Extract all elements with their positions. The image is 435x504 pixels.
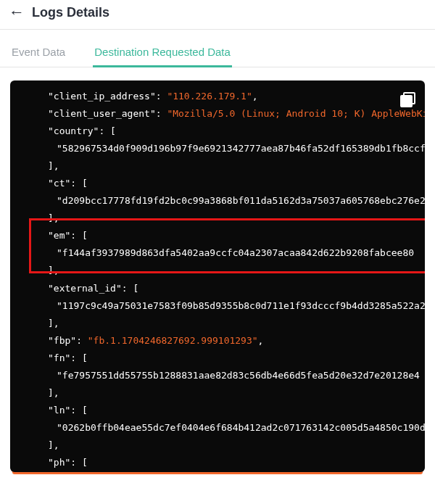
json-value: "Mozilla/5.0 (Linux; Android 10; K) Appl… — [167, 108, 425, 119]
json-value: "110.226.179.1" — [167, 91, 252, 102]
json-value: "1197c9c49a75031e7583f09b85d9355b8c0d711… — [35, 297, 425, 315]
tab-event-data[interactable]: Event Data — [12, 46, 65, 67]
json-punct: ], — [35, 157, 425, 175]
json-key: "client_user_agent": — [48, 108, 167, 119]
json-value: "582967534d0f909d196b97f9e6921342777aea8… — [35, 140, 425, 157]
json-punct: ], — [35, 384, 425, 402]
json-key: "em": [ — [35, 227, 425, 244]
json-value: "d209bcc17778fd19fd2bc0c99a3868bf011da51… — [35, 192, 425, 210]
json-key: "country": [ — [35, 123, 425, 140]
json-punct: ], — [35, 210, 425, 227]
json-value: "0262b0ffb04eae55dc7ef0404e6f684b412ad2c… — [35, 419, 425, 437]
code-panel: "client_ip_address": "110.226.179.1", "c… — [10, 80, 425, 472]
json-key: "fbp": — [48, 335, 88, 346]
page-title: Logs Details — [32, 5, 109, 20]
json-key: "client_ip_address": — [48, 91, 167, 102]
json-value: "f144af3937989d863dfa5402aa9ccfc04a2307a… — [35, 244, 425, 262]
json-value: "fe7957551dd55755b1288831aae82d83c56db4e… — [35, 367, 425, 384]
json-punct: ], — [35, 262, 425, 279]
json-key: "ct": [ — [35, 175, 425, 192]
json-punct: ], — [35, 315, 425, 332]
json-key: "ln": [ — [35, 402, 425, 419]
json-key: "ph": [ — [35, 454, 425, 471]
json-key: "external_id": [ — [35, 280, 425, 297]
back-icon[interactable]: ← — [9, 4, 25, 20]
json-value: "fb.1.1704246827692.999101293" — [88, 335, 258, 346]
json-punct: ], — [35, 437, 425, 454]
tab-destination-requested-data[interactable]: Destination Requested Data — [94, 46, 231, 67]
copy-icon[interactable] — [400, 92, 415, 107]
json-key: "fn": [ — [35, 350, 425, 367]
tabs: Event Data Destination Requested Data — [0, 30, 435, 67]
